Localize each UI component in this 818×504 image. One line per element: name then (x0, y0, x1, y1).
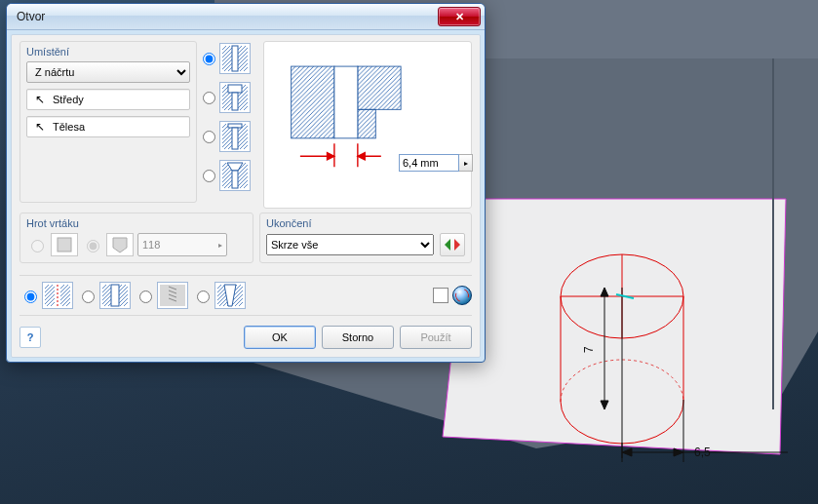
thread-taper-icon (214, 282, 246, 309)
svg-marker-17 (622, 448, 632, 456)
drill-flat-icon (51, 233, 78, 256)
placement-label: Umístění (26, 46, 190, 58)
cancel-button[interactable]: Storno (322, 326, 394, 349)
svg-rect-27 (228, 124, 242, 128)
drill-point-label: Hrot vrtáku (26, 217, 247, 229)
svg-rect-24 (228, 85, 242, 93)
drill-angle-icon (106, 233, 134, 256)
svg-rect-33 (358, 66, 401, 109)
drill-flat-radio (31, 240, 44, 252)
drill-angle-value: 118▸ (137, 233, 227, 256)
titlebar[interactable]: Otvor ✕ (7, 4, 485, 30)
svg-marker-43 (113, 238, 127, 252)
hole-type-counterbore-radio[interactable] (203, 92, 215, 104)
cursor-icon: ↖ (33, 93, 47, 106)
svg-rect-28 (232, 128, 238, 149)
diameter-spinner[interactable]: ▸ (459, 154, 473, 172)
placement-mode-dropdown[interactable]: Z náčrtu (26, 61, 190, 83)
svg-marker-40 (328, 153, 334, 160)
thread-taper-radio[interactable] (197, 291, 210, 303)
svg-marker-2 (443, 199, 786, 454)
hole-spotface-icon (219, 121, 251, 152)
svg-rect-32 (292, 66, 334, 138)
ok-button[interactable]: OK (244, 326, 316, 349)
drill-point-group: Hrot vrtáku 118▸ (19, 213, 253, 263)
solids-button[interactable]: ↖ Tělesa (26, 116, 190, 137)
thread-clearance-radio[interactable] (82, 291, 95, 303)
placement-group: Umístění Z náčrtu ↖ Středy ↖ Tělesa (19, 41, 197, 203)
svg-marker-41 (358, 153, 365, 160)
svg-rect-31 (232, 171, 238, 188)
flip-direction-button[interactable] (440, 233, 465, 256)
hole-type-countersink-radio[interactable] (203, 170, 215, 182)
svg-marker-45 (454, 239, 460, 251)
thread-clearance-icon (99, 282, 131, 309)
dim-height: 7 (582, 346, 596, 353)
cursor-icon: ↖ (33, 120, 47, 134)
thread-none-radio[interactable] (24, 291, 37, 303)
close-button[interactable]: ✕ (438, 7, 481, 26)
termination-mode-dropdown[interactable]: Skrze vše (266, 234, 434, 255)
hole-type-simple-radio[interactable] (203, 53, 215, 65)
hole-countersink-icon (219, 160, 251, 191)
termination-label: Ukončení (266, 217, 465, 229)
thread-tapped-radio[interactable] (139, 291, 152, 303)
svg-rect-25 (232, 93, 238, 110)
svg-rect-34 (358, 109, 375, 137)
drill-angle-radio (87, 240, 99, 252)
hole-counterbore-icon (219, 82, 251, 113)
termination-group: Ukončení Skrze vše (259, 213, 472, 263)
imate-icon[interactable] (452, 286, 472, 305)
svg-rect-50 (111, 285, 119, 306)
thread-type-row (19, 282, 472, 309)
thread-tapped-icon (157, 282, 188, 309)
svg-rect-22 (232, 46, 238, 71)
svg-marker-44 (445, 239, 450, 251)
help-button[interactable]: ? (19, 327, 41, 348)
svg-rect-46 (45, 285, 55, 306)
dim-radius: 6,5 (694, 446, 711, 459)
hole-dialog: Otvor ✕ Umístění Z náčrtu ↖ Středy ↖ Těl… (6, 3, 486, 363)
svg-rect-47 (60, 285, 70, 306)
svg-rect-42 (58, 238, 71, 252)
svg-rect-35 (334, 66, 358, 138)
diameter-input[interactable] (399, 154, 459, 172)
dialog-title: Otvor (17, 10, 438, 23)
hole-type-column (203, 41, 257, 209)
thread-none-icon (42, 282, 73, 309)
hole-preview: ▸ (263, 41, 472, 209)
extended-info-checkbox[interactable] (433, 288, 448, 303)
centers-button[interactable]: ↖ Středy (26, 89, 190, 110)
centers-label: Středy (53, 94, 84, 105)
svg-rect-20 (222, 46, 232, 71)
hole-type-spotface-radio[interactable] (203, 131, 215, 143)
hole-simple-icon (219, 43, 251, 74)
solids-label: Tělesa (53, 121, 85, 133)
svg-rect-21 (238, 46, 248, 71)
apply-button: Použít (400, 326, 472, 349)
